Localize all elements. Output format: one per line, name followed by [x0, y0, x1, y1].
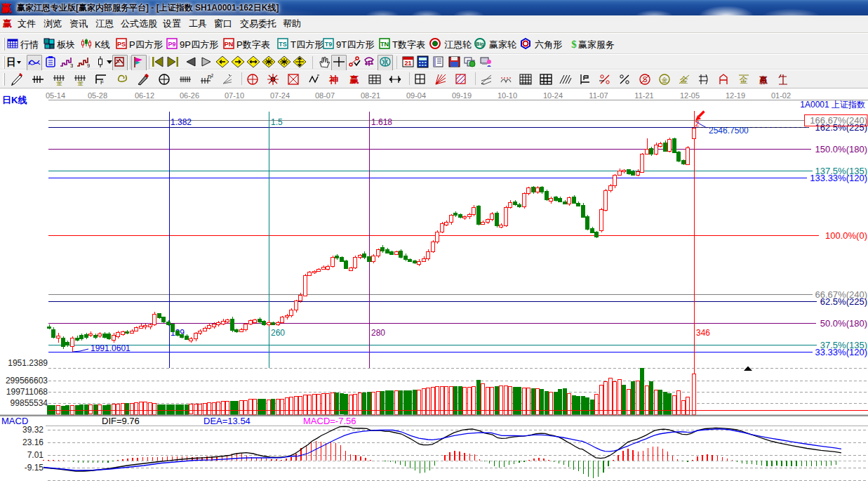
svg-text:P9: P9	[168, 41, 175, 48]
svg-text:99855534: 99855534	[11, 398, 48, 408]
svg-text:346: 346	[696, 328, 710, 338]
svg-text:Big: Big	[476, 41, 483, 47]
svg-text:金: 金	[739, 75, 748, 85]
svg-text:TS: TS	[279, 41, 287, 48]
svg-text:260: 260	[271, 328, 285, 338]
svg-text:11-21: 11-21	[634, 91, 653, 100]
svg-text:12-19: 12-19	[726, 91, 745, 100]
svg-text:09-04: 09-04	[406, 91, 426, 100]
svg-text:n²: n²	[208, 73, 213, 80]
svg-text:133.33%(120): 133.33%(120)	[810, 173, 867, 183]
svg-text:08-07: 08-07	[315, 91, 335, 100]
svg-text:1.5: 1.5	[271, 117, 283, 127]
svg-text:280: 280	[371, 328, 385, 338]
svg-text:赢: 赢	[349, 74, 359, 85]
svg-text:金: 金	[77, 79, 84, 86]
svg-text:33.33%(120): 33.33%(120)	[815, 347, 867, 357]
svg-text:3: 3	[70, 62, 73, 68]
svg-text:2: 2	[695, 119, 700, 128]
svg-text:F: F	[100, 79, 104, 86]
svg-text:162.5%(225): 162.5%(225)	[815, 122, 867, 133]
svg-text:05-14: 05-14	[46, 91, 65, 100]
svg-text:12-05: 12-05	[680, 91, 700, 100]
svg-text:150.0%(180): 150.0%(180)	[815, 144, 867, 154]
svg-text:TN: TN	[380, 41, 389, 48]
svg-text:日K线: 日K线	[2, 95, 27, 105]
svg-text:PN: PN	[225, 41, 234, 48]
svg-text:DIF=9.76: DIF=9.76	[102, 416, 140, 426]
svg-text:100.0%(0): 100.0%(0)	[825, 230, 867, 241]
svg-text:299566603: 299566603	[6, 376, 48, 386]
svg-text:07-10: 07-10	[225, 91, 244, 100]
svg-text:62.5%(225): 62.5%(225)	[820, 296, 867, 307]
svg-text:10-10: 10-10	[498, 91, 517, 100]
svg-text:金: 金	[56, 79, 62, 86]
svg-text:23.16: 23.16	[22, 437, 44, 447]
svg-text:06-26: 06-26	[180, 91, 199, 100]
svg-text:50.0%(180): 50.0%(180)	[820, 318, 867, 329]
svg-text:39.32: 39.32	[22, 425, 44, 435]
svg-text:08-21: 08-21	[361, 91, 380, 100]
svg-text:2546.7500: 2546.7500	[709, 126, 749, 136]
svg-text:MACD=-7.56: MACD=-7.56	[303, 416, 356, 426]
svg-text:05-28: 05-28	[88, 91, 107, 100]
svg-text:1.618: 1.618	[371, 117, 392, 127]
svg-text:羸: 羸	[759, 75, 768, 85]
svg-text:1A0001 上证指数: 1A0001 上证指数	[800, 100, 865, 110]
svg-text:7.01: 7.01	[27, 450, 44, 460]
svg-text:DEA=13.54: DEA=13.54	[203, 416, 251, 426]
svg-text:神: 神	[329, 74, 339, 85]
svg-text:日: 日	[6, 56, 16, 67]
svg-text:$: $	[571, 39, 577, 49]
svg-text:T9: T9	[325, 41, 333, 48]
svg-text:金: 金	[662, 77, 668, 84]
svg-text:-9.15: -9.15	[25, 463, 44, 473]
svg-text:07-24: 07-24	[270, 91, 290, 100]
svg-text:199711068: 199711068	[6, 387, 48, 397]
svg-text:PS: PS	[117, 41, 126, 48]
svg-text:9: 9	[87, 62, 90, 68]
svg-text:1.382: 1.382	[171, 117, 192, 127]
svg-text:11-07: 11-07	[589, 91, 608, 100]
svg-text:06-12: 06-12	[135, 91, 154, 100]
svg-text:09-19: 09-19	[452, 91, 472, 100]
svg-text:21: 21	[404, 60, 411, 67]
svg-text:1991.0601: 1991.0601	[91, 343, 131, 353]
svg-text:01-02: 01-02	[771, 91, 791, 100]
svg-text:10-24: 10-24	[543, 91, 563, 100]
svg-text:1951.2389: 1951.2389	[8, 358, 48, 368]
